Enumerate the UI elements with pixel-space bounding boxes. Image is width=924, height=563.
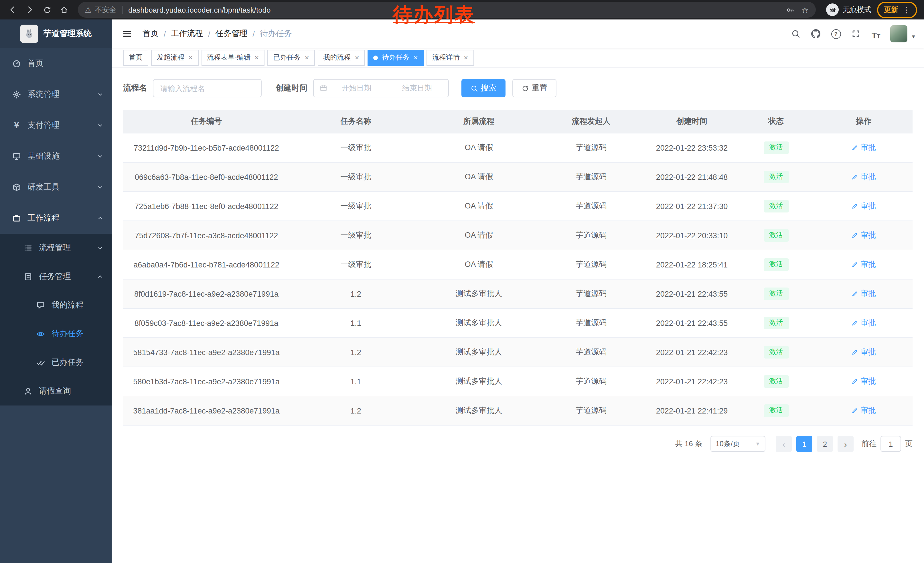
sidebar-item-devtools[interactable]: 研发工具 <box>0 172 112 203</box>
reload-icon[interactable] <box>39 2 55 18</box>
forward-icon[interactable] <box>22 2 38 18</box>
breadcrumb-workflow[interactable]: 工作流程 <box>171 29 203 39</box>
avatar[interactable] <box>890 25 908 42</box>
logo[interactable]: 芋道管理系统 <box>0 20 112 48</box>
status-badge: 激活 <box>764 229 789 242</box>
tab-home[interactable]: 首页 <box>123 50 148 66</box>
address-divider <box>122 6 123 14</box>
tab-process-detail[interactable]: 流程详情× <box>426 50 474 66</box>
close-icon[interactable]: × <box>304 54 309 61</box>
tab-form-edit[interactable]: 流程表单-编辑× <box>201 50 264 66</box>
table-row: 069c6a63-7b8a-11ec-8ef0-acde48001122一级审批… <box>123 162 912 192</box>
caret-down-icon[interactable]: ▼ <box>911 34 916 39</box>
approve-link[interactable]: 审批 <box>851 230 876 240</box>
url-text[interactable]: dashboard.yudao.iocoder.cn/bpm/task/todo <box>128 6 270 14</box>
search-button[interactable]: 搜索 <box>461 79 506 98</box>
approve-link[interactable]: 审批 <box>851 289 876 299</box>
approve-link[interactable]: 审批 <box>851 260 876 270</box>
reset-button[interactable]: 重置 <box>512 79 556 98</box>
user-icon <box>23 386 33 396</box>
sidebar-item-my-process[interactable]: 我的流程 <box>0 291 112 320</box>
search-icon[interactable] <box>790 28 801 39</box>
status-badge: 激活 <box>764 200 789 212</box>
dashboard-icon <box>12 59 22 69</box>
close-icon[interactable]: × <box>414 54 418 61</box>
approve-link[interactable]: 审批 <box>851 318 876 328</box>
sidebar-item-todo-tasks[interactable]: 待办任务 <box>0 320 112 348</box>
table-row: 58154733-7ac8-11ec-a9e2-a2380e71991a1.2测… <box>123 338 912 367</box>
date-range-picker[interactable]: 开始日期 - 结束日期 <box>313 79 449 98</box>
sidebar-item-done-tasks[interactable]: 已办任务 <box>0 348 112 377</box>
col-task-id: 任务编号 <box>123 110 290 133</box>
approve-link[interactable]: 审批 <box>851 143 876 153</box>
page-size-select[interactable]: 10条/页 ▼ <box>711 436 765 452</box>
breadcrumb-home[interactable]: 首页 <box>142 29 159 39</box>
process-name-label: 流程名 <box>123 83 147 93</box>
chevron-down-icon <box>97 91 104 98</box>
help-icon[interactable]: ? <box>830 28 842 39</box>
star-icon[interactable]: ☆ <box>798 2 812 17</box>
close-icon[interactable]: × <box>255 54 259 61</box>
next-page-button[interactable]: › <box>837 436 854 452</box>
page-button-2[interactable]: 2 <box>817 436 833 452</box>
sidebar-item-infra[interactable]: 基础设施 <box>0 141 112 172</box>
total-count: 共 16 条 <box>675 439 702 449</box>
tab-done-tasks[interactable]: 已办任务× <box>267 50 315 66</box>
prev-page-button[interactable]: ‹ <box>776 436 792 452</box>
goto-label: 前往 <box>862 439 876 449</box>
font-size-icon[interactable]: TT <box>870 28 882 39</box>
close-icon[interactable]: × <box>464 54 468 61</box>
start-date-placeholder[interactable]: 开始日期 <box>331 83 382 93</box>
status-badge: 激活 <box>764 375 789 387</box>
fullscreen-icon[interactable] <box>850 28 862 39</box>
toolbox-icon <box>12 182 22 192</box>
status-badge: 激活 <box>764 171 789 183</box>
table-row: 381aa1dd-7ac8-11ec-a9e2-a2380e71991a1.2测… <box>123 396 912 425</box>
close-icon[interactable]: × <box>188 54 193 61</box>
sidebar-item-home[interactable]: 首页 <box>0 48 112 79</box>
col-status: 状态 <box>737 110 814 133</box>
page-button-1[interactable]: 1 <box>796 436 812 452</box>
approve-link[interactable]: 审批 <box>851 347 876 357</box>
list-icon <box>23 243 33 253</box>
end-date-placeholder[interactable]: 结束日期 <box>391 83 442 93</box>
back-icon[interactable] <box>4 2 21 18</box>
breadcrumb-task-mgmt[interactable]: 任务管理 <box>216 29 248 39</box>
process-name-input[interactable] <box>153 79 262 98</box>
update-chip[interactable]: 更新 ⋮ <box>877 2 917 18</box>
clipboard-icon <box>23 272 33 282</box>
hamburger-icon[interactable] <box>121 27 134 40</box>
goto-page-input[interactable] <box>880 436 901 452</box>
approve-link[interactable]: 审批 <box>851 405 876 416</box>
kebab-menu-icon[interactable]: ⋮ <box>902 6 910 14</box>
sidebar-item-payment[interactable]: ¥ 支付管理 <box>0 110 112 141</box>
approve-link[interactable]: 审批 <box>851 376 876 387</box>
update-label[interactable]: 更新 <box>884 5 898 15</box>
table-row: 580e1b3d-7ac8-11ec-a9e2-a2380e71991a1.1测… <box>123 367 912 396</box>
approve-link[interactable]: 审批 <box>851 172 876 182</box>
security-label[interactable]: 不安全 <box>95 5 116 15</box>
status-badge: 激活 <box>764 141 789 154</box>
sidebar-item-workflow[interactable]: 工作流程 <box>0 203 112 234</box>
sidebar-item-process-mgmt[interactable]: 流程管理 <box>0 234 112 262</box>
tab-my-process[interactable]: 我的流程× <box>318 50 365 66</box>
tab-todo-tasks[interactable]: 待办任务× <box>368 50 424 66</box>
tab-start-process[interactable]: 发起流程× <box>151 50 198 66</box>
status-badge: 激活 <box>764 258 789 270</box>
github-icon[interactable] <box>810 28 822 39</box>
chat-icon <box>36 300 46 311</box>
sidebar-item-system[interactable]: 系统管理 <box>0 79 112 110</box>
yen-icon: ¥ <box>12 120 22 131</box>
sidebar-item-task-mgmt[interactable]: 任务管理 <box>0 262 112 291</box>
create-time-label: 创建时间 <box>275 83 308 93</box>
sidebar-submenu-workflow: 流程管理 任务管理 我的流程 待办任务 已办 <box>0 234 112 405</box>
screen: ⚠ 不安全 dashboard.yudao.iocoder.cn/bpm/tas… <box>0 0 924 563</box>
sidebar-item-leave-query[interactable]: 请假查询 <box>0 377 112 405</box>
breadcrumb-current: 待办任务 <box>260 29 292 39</box>
home-icon[interactable] <box>56 2 72 18</box>
briefcase-icon <box>12 213 22 224</box>
key-icon[interactable] <box>783 2 798 17</box>
approve-link[interactable]: 审批 <box>851 201 876 211</box>
table-row: 8f0d1619-7ac8-11ec-a9e2-a2380e71991a1.2测… <box>123 279 912 308</box>
close-icon[interactable]: × <box>355 54 359 61</box>
